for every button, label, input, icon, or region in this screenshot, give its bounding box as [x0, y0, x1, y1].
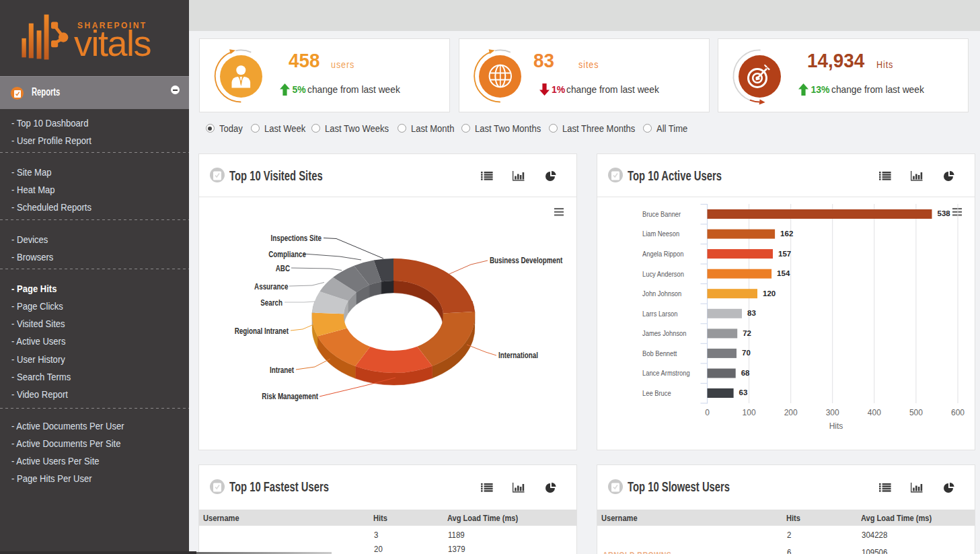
svg-text:vitals: vitals [74, 23, 151, 63]
